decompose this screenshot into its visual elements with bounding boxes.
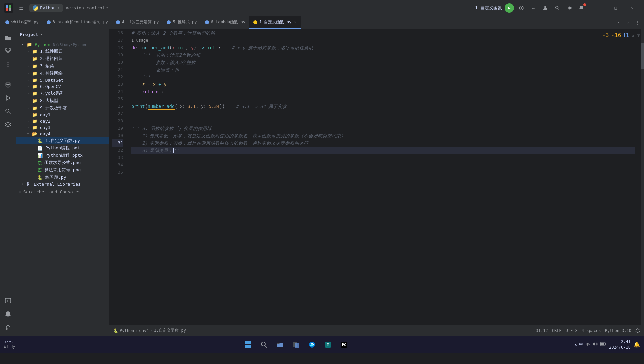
tray-wifi[interactable] <box>585 341 590 348</box>
status-encoding[interactable]: UTF-8 <box>566 328 578 333</box>
tray-battery[interactable] <box>600 341 606 348</box>
status-python-version[interactable]: Python 3.10 <box>605 328 631 333</box>
tree-9-deploy[interactable]: › 📁 9.开发板部署 <box>16 104 109 112</box>
param-x: x <box>172 44 175 51</box>
status-git-sync[interactable] <box>635 328 640 333</box>
type-int-x: int <box>177 44 185 51</box>
clock[interactable]: 2:41 2024/6/18 <box>609 339 631 350</box>
tab-icon-while <box>5 20 9 24</box>
scratches-and-consoles[interactable]: ≡ Scratches and Consoles <box>16 187 109 196</box>
taskbar-search-btn[interactable] <box>257 338 271 351</box>
tab-while[interactable]: while循环.py <box>1 16 43 29</box>
tray-expand[interactable]: ∧ <box>575 342 577 347</box>
tray-volume[interactable] <box>592 341 598 348</box>
taskbar-edge-btn[interactable] <box>305 338 319 351</box>
status-position[interactable]: 31:12 <box>536 328 548 333</box>
editor-content[interactable]: 16 17 18 19 20 21 22 23 24 25 26 27 28 2… <box>109 29 644 325</box>
tree-1-linear[interactable]: › 📁 1.线性回归 <box>16 48 109 55</box>
tab-scroll-left[interactable]: ‹ <box>615 19 623 27</box>
scroll-thumb <box>641 43 644 69</box>
tab-comprehension[interactable]: 5.推导式.py <box>163 16 201 29</box>
tree-6-opencv[interactable]: › 📁 6.OpenCV <box>16 83 109 90</box>
run-button[interactable]: ▶ <box>505 3 514 13</box>
status-line-ending[interactable]: CRLF <box>552 328 562 333</box>
kw-def: def <box>131 44 142 51</box>
hamburger-button[interactable]: ☰ <box>16 3 27 13</box>
python-menu[interactable]: Python ▾ <box>29 4 63 12</box>
activity-folder[interactable] <box>2 32 14 44</box>
activity-search-replace[interactable] <box>2 105 14 117</box>
mini-scrollbar[interactable] <box>641 29 644 325</box>
colon-def: : <box>215 44 232 51</box>
activity-settings[interactable] <box>2 79 14 91</box>
tab-ternary[interactable]: 4.if的三元运算.py <box>112 16 163 29</box>
version-control-label: Version control <box>66 5 105 10</box>
taskbar-app5-btn[interactable]: M <box>321 338 335 351</box>
tree-label-3: 3.聚类 <box>40 63 54 69</box>
tab-icon-ternary <box>116 20 120 24</box>
tree-root-python[interactable]: ▾ 📁 Python D:\Study\Python <box>16 41 109 48</box>
notification-bell[interactable] <box>577 3 586 13</box>
tree-4-neural[interactable]: › 📁 4.神经网络 <box>16 70 109 77</box>
tab-custom-fn[interactable]: 1.自定义函数.py ✕ <box>249 16 301 29</box>
fold-icon[interactable]: ─ <box>634 53 637 57</box>
settings-icon[interactable] <box>565 3 574 13</box>
tree-algo-img[interactable]: 🖼 算法常用符号.png <box>16 166 109 174</box>
activity-more[interactable] <box>2 59 14 71</box>
close-button[interactable]: ✕ <box>625 3 640 13</box>
taskbar-files-btn[interactable] <box>289 338 303 351</box>
taskbar-explorer-btn[interactable] <box>273 338 287 351</box>
tab-scroll-right[interactable]: › <box>624 19 632 27</box>
ln-18: 18 <box>112 44 123 51</box>
tree-arrow-4: › <box>25 72 31 75</box>
debug-button[interactable] <box>517 3 526 13</box>
activity-structure[interactable] <box>2 45 14 57</box>
tree-7-yolo[interactable]: › 📁 7.yolo系列 <box>16 90 109 97</box>
tree-external-libs[interactable]: › 🗄 External Libraries <box>16 181 109 187</box>
notification-center[interactable]: 🔔 <box>633 341 640 348</box>
tab-lambda[interactable]: 6.lambda函数.py <box>201 16 249 29</box>
tree-day1[interactable]: › 📁 day1 <box>16 112 109 118</box>
code-area[interactable]: # 案例：输入 2 个数字，计算他们的和 1 usage def number_… <box>126 29 641 325</box>
tab-close-custom-fn[interactable]: ✕ <box>293 20 297 25</box>
tree-day2[interactable]: › 📁 day2 <box>16 118 109 124</box>
profile-icon[interactable] <box>541 3 550 13</box>
tree-3-cluster[interactable]: › 📁 3.聚类 <box>16 62 109 70</box>
tree-day3[interactable]: › 📁 day3 <box>16 124 109 131</box>
tree-5-dataset[interactable]: › 📁 5.DataSet <box>16 77 109 83</box>
tree-day4[interactable]: ▾ 📂 day4 <box>16 131 109 137</box>
kw-return: return <box>142 88 159 95</box>
tree-exercise[interactable]: 🐍 练习题.py <box>16 174 109 181</box>
minimize-button[interactable]: ─ <box>591 3 607 13</box>
search-icon[interactable] <box>553 3 562 13</box>
tree-custom-fn[interactable]: 🐍 1.自定义函数.py <box>16 137 109 144</box>
activity-git[interactable] <box>2 321 14 333</box>
svg-rect-32 <box>248 345 251 348</box>
return-val: z <box>158 88 164 95</box>
weather-widget[interactable]: 74°F Windy <box>4 340 15 349</box>
maximize-button[interactable]: □ <box>608 3 623 13</box>
status-indent[interactable]: 4 spaces <box>582 328 601 333</box>
breadcrumb[interactable]: 🐍 Python › day4 › 1.自定义函数.py <box>113 328 186 333</box>
taskbar-windows-btn[interactable] <box>241 338 255 351</box>
nav-down-btn[interactable]: ▼ <box>637 33 640 38</box>
activity-terminal[interactable] <box>2 295 14 307</box>
tab-more[interactable]: ⋮ <box>633 19 641 27</box>
code-line-32 <box>131 154 635 161</box>
nav-up-btn[interactable]: ▲ <box>632 33 634 38</box>
activity-notifications[interactable] <box>2 308 14 320</box>
tree-pdf[interactable]: 📄 Python编程.pdf <box>16 144 109 152</box>
tree-arrow-9: › <box>25 106 31 110</box>
svg-rect-3 <box>9 8 11 11</box>
activity-run[interactable] <box>2 92 14 104</box>
tree-pptx[interactable]: 📊 Python编程.pptx <box>16 152 109 159</box>
tab-break[interactable]: 3.break和continue语句.py <box>43 16 112 29</box>
more-options-button[interactable]: ⋯ <box>529 3 538 13</box>
activity-layers[interactable] <box>2 119 14 131</box>
tree-8-llm[interactable]: › 📁 8.大模型 <box>16 97 109 104</box>
tray-ime[interactable]: 中 <box>579 342 583 347</box>
taskbar-jetbrains-btn[interactable]: PC <box>337 338 351 351</box>
version-control-menu[interactable]: Version control ▾ <box>66 5 108 10</box>
tree-formula-img[interactable]: 🖼 函数求导公式.png <box>16 159 109 166</box>
tree-2-logic[interactable]: › 📁 2.逻辑回归 <box>16 55 109 62</box>
